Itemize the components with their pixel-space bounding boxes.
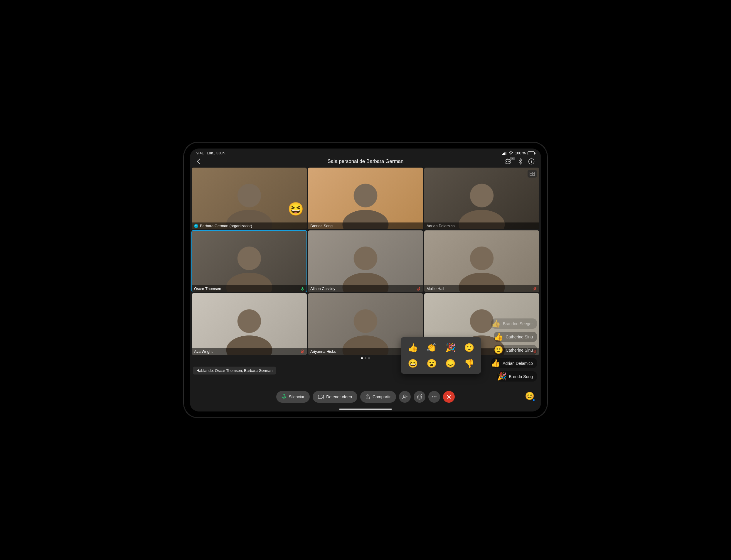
home-indicator[interactable] <box>339 409 392 410</box>
participant-video <box>192 293 307 355</box>
status-bar: 9:41 Lun., 3 jun. 100 % <box>190 149 541 156</box>
participant-video <box>308 168 423 229</box>
reaction-option[interactable]: 😞 <box>444 357 457 370</box>
page-dot[interactable] <box>368 357 370 359</box>
participant-name: Barbara German (organizador) <box>200 224 252 228</box>
svg-rect-12 <box>530 172 532 173</box>
end-call-button[interactable] <box>443 391 455 403</box>
svg-point-31 <box>432 396 433 397</box>
participant-video <box>192 230 307 292</box>
reaction-emoji-icon: 🙂 <box>494 345 503 355</box>
bluetooth-audio-button[interactable] <box>518 158 522 165</box>
screen: 9:41 Lun., 3 jun. 100 % Sala pe <box>190 149 541 411</box>
video-grid: 😆Barbara German (organizador)Brenda Song… <box>190 168 541 355</box>
participant-name: Alison Cassidy <box>310 286 335 291</box>
recent-reaction-row: 🙂Catherine Sinu <box>494 345 537 355</box>
svg-point-27 <box>403 395 405 397</box>
reaction-sender-name: Brandon Seeger <box>503 321 536 326</box>
meeting-title: Sala personal de Barbara German <box>238 158 493 164</box>
mic-muted-icon <box>300 350 304 354</box>
participant-name: Oscar Thomsen <box>194 286 221 291</box>
svg-point-10 <box>531 160 532 160</box>
reaction-sender-name: Catherine Sinu <box>506 348 536 352</box>
layout-toggle-button[interactable] <box>528 170 537 178</box>
recent-reaction-row: 👍Catherine Sinu <box>494 332 537 342</box>
video-tile[interactable]: Brenda Song <box>308 168 423 229</box>
name-bar: Alison Cassidy <box>308 285 423 292</box>
more-options-button[interactable] <box>428 391 440 403</box>
svg-rect-2 <box>504 153 505 155</box>
reactions-button[interactable] <box>414 391 425 403</box>
svg-point-32 <box>434 396 435 397</box>
share-button[interactable]: Compartir <box>360 391 396 403</box>
reactions-popup: 👍👏🎉🙂😆😮😞👎 <box>401 337 481 374</box>
stop-video-button[interactable]: Detener vídeo <box>313 391 357 403</box>
page-dot[interactable] <box>361 357 363 359</box>
svg-rect-3 <box>506 152 506 155</box>
info-button[interactable] <box>528 158 535 165</box>
status-time: 9:41 <box>196 151 204 155</box>
participant-video <box>308 230 423 292</box>
video-tile[interactable]: 😆Barbara German (organizador) <box>192 168 307 229</box>
ai-assistant-button[interactable]: CC <box>505 158 512 165</box>
back-button[interactable] <box>196 158 201 165</box>
stop-video-label: Detener vídeo <box>326 394 352 399</box>
svg-rect-13 <box>533 172 535 173</box>
reaction-emoji-icon: 👍 <box>491 319 500 328</box>
reaction-sender-name: Catherine Sinu <box>506 335 536 339</box>
reaction-emoji-icon: 👍 <box>491 359 500 368</box>
notification-dot <box>532 399 535 402</box>
header: Sala personal de Barbara German CC <box>190 156 541 168</box>
video-tile[interactable]: Oscar Thomsen <box>192 230 307 292</box>
reaction-emoji-icon: 👍 <box>494 332 503 341</box>
video-tile[interactable]: Alison Cassidy <box>308 230 423 292</box>
reaction-emoji-icon: 🎉 <box>497 372 506 381</box>
video-tile[interactable]: Adrian Delamico <box>424 168 539 229</box>
battery-label: 100 % <box>515 151 526 155</box>
video-tile[interactable]: Ava Wright <box>192 293 307 355</box>
reaction-option[interactable]: 🎉 <box>444 341 457 354</box>
recent-reactions-feed: 👍Brandon Seeger👍Catherine Sinu🙂Catherine… <box>491 318 537 382</box>
share-label: Compartir <box>373 394 390 399</box>
reaction-option[interactable]: 🙂 <box>462 341 476 354</box>
toolbar: Silenciar Detener vídeo Compartir <box>190 391 541 403</box>
mic-muted-icon <box>533 287 537 291</box>
reaction-option[interactable]: 👏 <box>425 341 438 354</box>
svg-rect-16 <box>302 287 303 289</box>
video-tile[interactable]: Mollie Hall <box>424 230 539 292</box>
participant-name: Ariyanna Hicks <box>310 349 336 354</box>
svg-rect-14 <box>530 174 532 176</box>
reaction-sender-name: Adrian Delamico <box>503 361 536 366</box>
reaction-fab-button[interactable]: 😊 <box>525 391 535 401</box>
participant-name: Ava Wright <box>194 349 213 354</box>
svg-point-6 <box>508 161 510 162</box>
name-bar: Mollie Hall <box>424 285 539 292</box>
reaction-sender-name: Brenda Song <box>509 374 536 379</box>
name-bar: Ava Wright <box>192 348 307 355</box>
page-indicator[interactable] <box>190 357 541 359</box>
wifi-icon <box>508 151 513 155</box>
reaction-option[interactable]: 😮 <box>425 357 438 370</box>
status-date: Lun., 3 jun. <box>207 151 225 155</box>
svg-point-33 <box>435 396 437 397</box>
reaction-option[interactable]: 👍 <box>406 341 420 354</box>
mic-on-icon <box>300 287 304 291</box>
speaking-indicator: Hablando: Oscar Thomsen, Barbara German <box>193 367 276 375</box>
name-bar: Brenda Song <box>308 222 423 229</box>
host-badge-icon <box>194 224 198 228</box>
name-bar: Oscar Thomsen <box>192 285 307 292</box>
mute-label: Silenciar <box>289 394 304 399</box>
participants-button[interactable] <box>399 391 411 403</box>
reaction-option[interactable]: 👎 <box>462 357 476 370</box>
reaction-overlay-icon: 😆 <box>288 201 304 217</box>
reaction-option[interactable]: 😆 <box>406 357 420 370</box>
name-bar: Barbara German (organizador) <box>192 222 307 229</box>
svg-rect-15 <box>533 174 535 176</box>
page-dot[interactable] <box>365 357 366 359</box>
mute-button[interactable]: Silenciar <box>276 391 310 403</box>
ipad-frame: 9:41 Lun., 3 jun. 100 % Sala pe <box>183 142 548 418</box>
name-bar: Adrian Delamico <box>424 222 539 229</box>
recent-reaction-row: 👍Brandon Seeger <box>491 318 537 329</box>
cellular-icon <box>502 151 507 155</box>
svg-rect-1 <box>503 153 504 155</box>
